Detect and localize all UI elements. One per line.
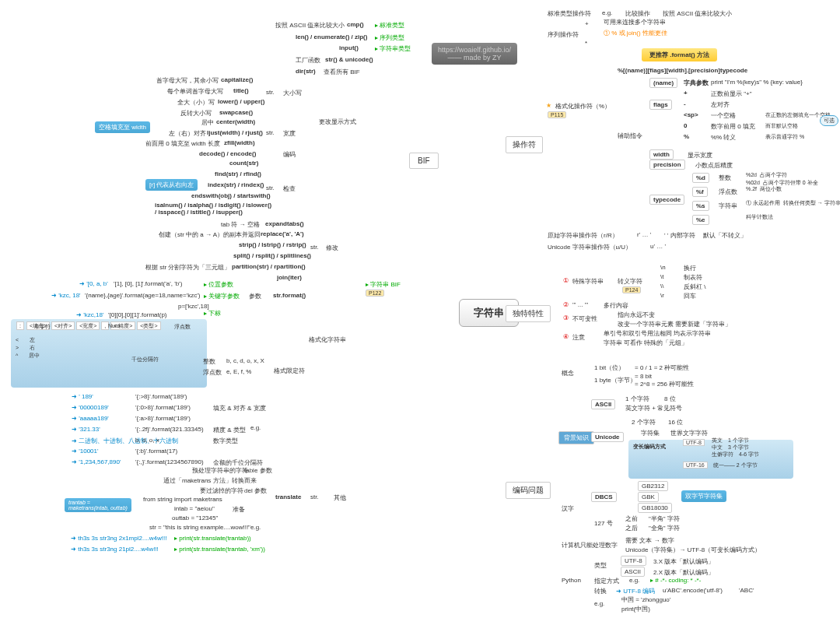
bif-label: BIF — [409, 153, 439, 169]
l: ASCII — [591, 399, 615, 409]
l: str. — [307, 493, 322, 501]
l: 检查 — [280, 184, 299, 194]
l: capitalize() — [218, 75, 256, 84]
l: ''' ... ''' — [569, 300, 591, 309]
l: 全大（小）写 — [174, 97, 218, 107]
l: 1 bit（位） — [591, 363, 628, 373]
l: 转换 — [591, 586, 610, 596]
l: r' … ' — [634, 230, 654, 239]
l: 16 位 — [665, 417, 686, 427]
unique-label: 独特特性 — [506, 305, 551, 322]
l: 可用来连接多个字符串 — [600, 17, 669, 27]
l: 英文字符 + 常见符号 — [622, 403, 685, 413]
l: 世界文字字符 — [667, 428, 711, 438]
l: index(str) / rindex() — [205, 181, 267, 189]
l: replace('a', 'A') — [257, 230, 307, 238]
l: e.g. — [247, 423, 264, 432]
varlen-panel: 变长编码方式 UTF-8 英文 1 个字节 中文 3 个字节 生僻字符 4-6 … — [628, 440, 793, 479]
ops-label: 操作符 — [506, 136, 543, 153]
l: 工厂函数 — [292, 55, 324, 65]
note: [r] 代表从右向左 — [145, 179, 198, 191]
l: 大小写 — [280, 88, 305, 98]
l: 浮点数 — [200, 367, 225, 377]
l: 转义字符 — [614, 276, 646, 286]
l: from string import maketrans — [140, 495, 226, 504]
l: 每个单词首字母大写 — [164, 86, 226, 97]
l: input() — [336, 44, 362, 52]
l: 格式化字符串 — [306, 335, 349, 345]
watermark: https://woaielf.github.io/ —— made by ZY — [432, 43, 517, 65]
l: = 8 bit = 2^8 = 256 种可能性 — [632, 372, 697, 389]
l: DBCS — [591, 492, 617, 502]
l: 根据 str 分割字符为「三元组」 — [142, 262, 233, 272]
l: table 参数 — [241, 465, 275, 476]
l: 按照 ASCII 值来比较大小 — [660, 9, 735, 19]
page-tag: P124 — [622, 286, 641, 293]
flag: ▸ 字符串 BIF — [362, 279, 404, 290]
l: ljust(width) / rjust() — [204, 128, 266, 137]
l: expandtabs() — [262, 219, 307, 228]
l: GB2312 — [638, 481, 668, 491]
l: ' ' 内部字符 — [661, 230, 698, 241]
l: partition(str) / rpartition() — [229, 262, 309, 271]
l: 左（右）对齐 — [166, 128, 209, 139]
page-tag: P122 — [366, 290, 384, 297]
l: 整数 — [200, 356, 219, 367]
l: typecode — [649, 195, 684, 205]
l: 格式化操作符（%） — [552, 101, 614, 111]
l: u' … ' — [647, 242, 669, 251]
l: ➜ 'kzc, 18' — [48, 291, 84, 300]
l: 不可变性 — [569, 314, 600, 324]
l: decode() / encode() — [196, 149, 259, 158]
l: ➜ 'kzc,18' — [73, 311, 107, 319]
l: find(str) / rfind() — [212, 170, 264, 178]
l: GBK — [638, 492, 659, 502]
l: lower() / upper() — [215, 97, 268, 106]
l: "全角" 字符 — [646, 523, 683, 533]
l: 默认「不转义」 — [700, 230, 750, 241]
l: translate — [272, 493, 304, 501]
l: isalnum() / isalpha() / isdigit() / islo… — [152, 201, 275, 216]
l: 创建（str 中的 a → A）的副本并返回 — [156, 230, 264, 240]
l: join(iter) — [274, 273, 305, 282]
banner: 更推荐 .format() 方法 — [642, 48, 717, 61]
optional: 可选 — [820, 115, 838, 126]
l: 准备 — [229, 504, 248, 514]
l: str() & unicode() — [322, 55, 376, 64]
page-tag: P115 — [548, 111, 566, 118]
flag: ▸ 字符串类型 — [372, 44, 414, 54]
l: tab 符 → 空格 — [218, 219, 263, 230]
l: u'ABC'.encode('utf-8') — [660, 586, 726, 595]
l: 127 号 — [591, 518, 616, 528]
l: len() / enumerate() / zip() — [292, 33, 370, 41]
l: zfill(width) — [221, 139, 258, 147]
l: 计算机只能处理数字 — [558, 540, 621, 550]
l: Unicode 字符串操作符（u/U） — [544, 242, 635, 252]
l: 特殊字符串 — [569, 276, 607, 286]
note: 空格填充至 width — [95, 121, 150, 133]
l: 之后 — [622, 523, 641, 533]
l: e, E, f, % — [223, 367, 254, 376]
l: e.g. — [626, 576, 642, 585]
l: str = "this is string example....wow!!!" — [146, 523, 254, 532]
l: width — [649, 149, 674, 160]
l: 编码 — [280, 149, 299, 160]
l: Python — [558, 576, 584, 585]
flag: ▸ 序列类型 — [372, 33, 408, 43]
l: e.g. — [591, 599, 607, 608]
l: 宽度 — [280, 128, 299, 139]
note: trantab = maketrans(intab, outtab) — [65, 498, 131, 512]
l: %[(name)][flags][width].[precision]typec… — [614, 66, 751, 75]
enc-label: 编码问题 — [506, 482, 551, 499]
l: 汉字 — [558, 504, 577, 514]
l: str.format() — [270, 291, 309, 300]
l: 3.X 版本「默认编码」 — [650, 557, 717, 567]
l: del 参数 — [241, 486, 270, 496]
l: 指定方式 — [591, 576, 622, 586]
l: Unicode — [591, 432, 624, 442]
l: 修改 — [323, 243, 341, 253]
l: 辅助指令 — [614, 131, 646, 141]
l: 2 个字符 — [628, 417, 659, 427]
l: 查看所有 BIF — [320, 67, 363, 77]
l: str. — [263, 88, 278, 97]
